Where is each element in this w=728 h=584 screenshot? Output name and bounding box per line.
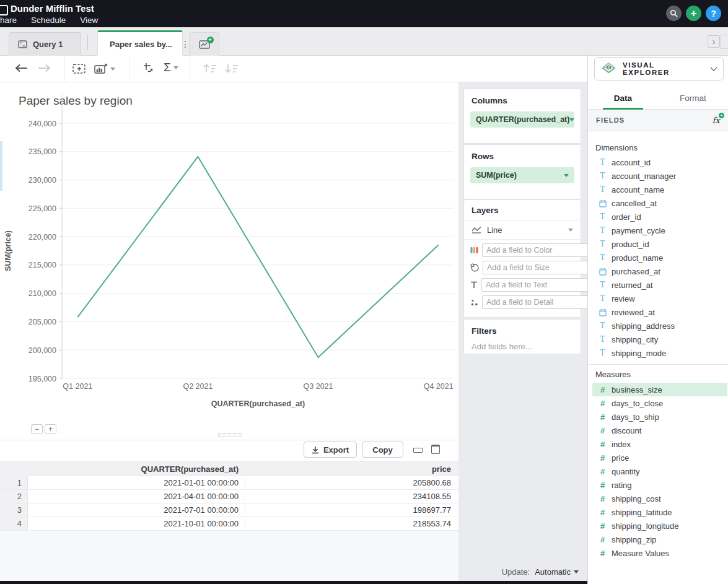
panel-resize-handle[interactable] — [218, 433, 242, 437]
add-button[interactable]: + — [686, 6, 701, 21]
rows-field-pill[interactable]: SUM(price) — [470, 167, 574, 183]
field-label: reviewed_at — [612, 308, 655, 317]
expand-table-icon[interactable] — [431, 445, 440, 454]
field-item-days-to-ship[interactable]: #days_to_ship — [588, 410, 728, 424]
sigma-icon: Σ — [164, 61, 171, 74]
swap-axes-button[interactable] — [143, 63, 156, 75]
fields-header: FIELDS fx + — [588, 110, 728, 131]
size-field-input[interactable] — [483, 261, 591, 274]
layers-shelf: Layers Line — [463, 199, 581, 318]
text-dimension-icon: T — [600, 172, 605, 180]
tab-format-label: Format — [680, 94, 706, 103]
field-item-account-name[interactable]: Taccount_name — [588, 183, 728, 196]
field-item-shipping-latitude[interactable]: #shipping_latitude — [588, 505, 728, 519]
field-label: price — [612, 453, 629, 463]
measures-list: #business_size#days_to_close#days_to_shi… — [588, 383, 728, 560]
field-item-quantity[interactable]: #quantity — [588, 464, 728, 478]
field-item-reviewed-at[interactable]: reviewed_at — [588, 305, 728, 319]
collapse-table-icon[interactable] — [413, 448, 423, 453]
text-field-input[interactable] — [481, 278, 590, 292]
tab-label: Query 1 — [33, 40, 63, 49]
add-calculated-field-button[interactable]: fx + — [712, 115, 720, 125]
sort-ascending-button[interactable] — [203, 63, 217, 74]
layer-type-select[interactable]: Line — [464, 220, 581, 240]
field-item-account-manager[interactable]: Taccount_manager — [588, 169, 728, 183]
tab-overflow-button[interactable]: › — [708, 35, 720, 48]
swap-axes-icon — [143, 63, 156, 75]
field-item-business-size[interactable]: #business_size — [592, 383, 727, 396]
field-item-shipping-address[interactable]: Tshipping_address — [588, 319, 728, 333]
field-item-rating[interactable]: #rating — [588, 478, 728, 492]
field-item-shipping-city[interactable]: Tshipping_city — [588, 333, 728, 346]
redo-button[interactable] — [37, 64, 51, 72]
search-button[interactable] — [666, 6, 682, 21]
menu-item-view[interactable]: View — [80, 15, 98, 25]
zoom-out-button[interactable]: − — [31, 424, 43, 434]
top-menu: ShareScheduleView — [0, 15, 98, 25]
visual-explorer-select[interactable]: VISUAL EXPLORER — [594, 57, 724, 81]
columns-field-label: QUARTER(purchased_at) — [476, 115, 569, 124]
export-button[interactable]: Export — [304, 442, 357, 458]
field-item-returned-at[interactable]: Treturned_at — [588, 278, 728, 292]
field-item-purchased-at[interactable]: purchased_at — [588, 264, 728, 278]
menu-item-share[interactable]: Share — [0, 15, 17, 25]
measure-icon: # — [600, 536, 605, 544]
field-item-order-id[interactable]: Torder_id — [588, 210, 728, 224]
color-field-input[interactable] — [482, 243, 590, 257]
field-label: review — [612, 294, 635, 303]
field-item-index[interactable]: #index — [588, 437, 728, 451]
svg-text:Q3 2021: Q3 2021 — [304, 382, 333, 391]
columns-field-pill[interactable]: QUARTER(purchased_at) — [470, 111, 574, 128]
svg-text:205,000: 205,000 — [29, 318, 56, 326]
svg-text:220,000: 220,000 — [29, 233, 56, 242]
copy-label: Copy — [372, 445, 393, 455]
update-mode-select[interactable]: Automatic — [535, 567, 579, 577]
text-dimension-icon: T — [600, 281, 605, 289]
measure-icon: # — [600, 549, 605, 557]
field-item-days-to-close[interactable]: #days_to_close — [588, 396, 728, 410]
field-item-cancelled-at[interactable]: cancelled_at — [588, 196, 728, 210]
results-table[interactable]: QUARTER(purchased_at)price12021-01-01 00… — [0, 461, 458, 531]
field-item-product-name[interactable]: Tproduct_name — [588, 251, 728, 264]
field-item-account-id[interactable]: Taccount_id — [588, 155, 728, 169]
field-item-shipping-zip[interactable]: #shipping_zip — [588, 533, 728, 546]
tab-paper-sales[interactable]: Paper sales by... ⋮ — [97, 30, 183, 56]
field-item-payment-cycle[interactable]: Tpayment_cycle — [588, 224, 728, 237]
question-icon: ? — [711, 9, 716, 19]
measure-icon: # — [600, 522, 605, 530]
measure-icon: # — [600, 481, 605, 489]
field-item-shipping-cost[interactable]: #shipping_cost — [588, 492, 728, 505]
line-chart[interactable]: 240,000235,000230,000225,000220,000215,0… — [0, 90, 458, 421]
search-icon — [670, 9, 678, 17]
rows-shelf: Rows SUM(price) — [463, 144, 581, 199]
tab-query-1[interactable]: Query 1 — [9, 32, 81, 56]
caret-down-icon — [569, 118, 574, 121]
add-chart-button[interactable] — [72, 63, 86, 74]
help-button[interactable]: ? — [706, 6, 721, 21]
columns-shelf: Columns QUARTER(purchased_at) — [463, 89, 581, 144]
field-item-product-id[interactable]: Tproduct_id — [588, 237, 728, 251]
line-series — [77, 157, 438, 357]
sort-descending-button[interactable] — [224, 63, 239, 74]
zoom-in-button[interactable]: + — [45, 424, 56, 434]
field-item-measure-values[interactable]: #Measure Values — [588, 546, 728, 560]
field-item-price[interactable]: #price — [588, 451, 728, 464]
plus-icon: + — [48, 425, 53, 434]
measure-icon: # — [600, 440, 605, 448]
undo-button[interactable] — [15, 64, 29, 72]
tab-format[interactable]: Format — [658, 87, 728, 109]
table-cell: 1 — [0, 476, 28, 489]
menu-item-schedule[interactable]: Schedule — [31, 15, 66, 25]
copy-button[interactable]: Copy — [362, 442, 403, 458]
detail-field-input[interactable] — [482, 295, 590, 309]
field-item-shipping-mode[interactable]: Tshipping_mode — [588, 346, 728, 360]
field-item-discount[interactable]: #discount — [588, 424, 728, 437]
field-item-review[interactable]: Treview — [588, 292, 728, 305]
aggregate-button[interactable]: Σ — [164, 61, 178, 74]
filters-shelf[interactable]: Filters Add fields here... — [463, 319, 581, 354]
new-chart-tab-button[interactable]: + — [189, 32, 219, 56]
remove-chart-button[interactable] — [94, 63, 115, 74]
tab-menu-icon[interactable]: ⋮ — [181, 39, 190, 49]
field-item-shipping-longitude[interactable]: #shipping_longitude — [588, 519, 728, 533]
tab-data[interactable]: Data — [588, 87, 658, 109]
